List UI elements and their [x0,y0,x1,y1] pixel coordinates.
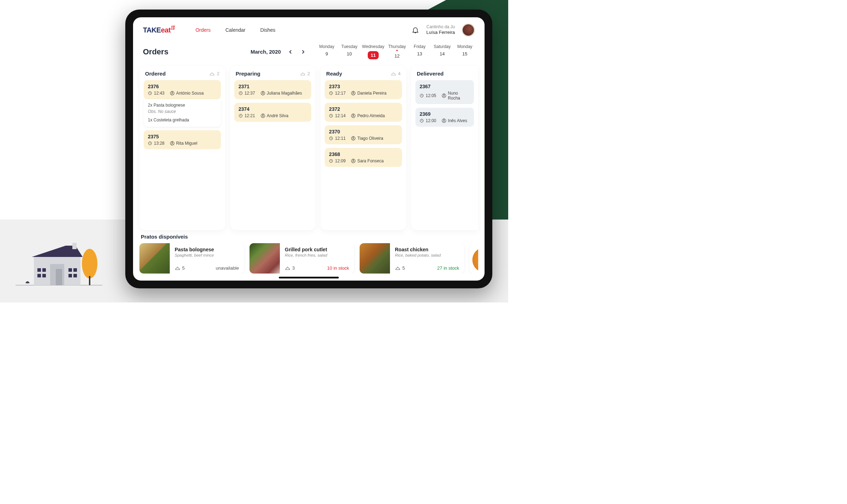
column-title: Delievered [417,71,444,77]
dish-description: Rice, french fries, salad [285,253,349,257]
order-card[interactable]: 2371 12:37 Juliana Magalhães [234,80,312,99]
brand-logo[interactable]: TAKEeatʃʃʃ [143,26,175,34]
order-card[interactable]: 2373 12:17 Daniela Pereira [325,80,402,99]
dish-image [360,243,390,274]
nav-calendar[interactable]: Calendar [226,27,246,33]
svg-rect-15 [73,274,77,277]
order-time: 12:17 [329,91,346,96]
order-card[interactable]: 2376 12:43 António Sousa [144,80,221,99]
day-number: 9 [325,51,328,56]
user-icon [351,159,355,163]
dish-portions: 5 [175,265,185,271]
svg-rect-14 [68,274,72,277]
dishes-title: Pratos disponíveis [139,234,478,240]
month-label: March, 2020 [251,49,281,55]
order-card[interactable]: 2368 12:09 Sara Fonseca [325,148,402,167]
order-card[interactable]: 2374 12:21 André Silva [234,103,312,122]
order-card[interactable]: 2370 12:11 Tiago Oliveira [325,125,402,144]
house-illustration [15,234,103,287]
order-card[interactable]: 2372 12:14 Pedro Almeida [325,103,402,122]
chevron-left-icon[interactable] [287,49,294,55]
bell-icon[interactable] [412,26,419,34]
day-cell[interactable]: Saturday14 [432,44,452,59]
user-icon [442,94,446,98]
order-customer: Daniela Pereira [351,91,386,96]
logo-eat-text: eat [161,26,170,34]
svg-point-29 [353,92,354,93]
dish-card[interactable]: Grilled pork cutlet Rice, french fries, … [250,243,354,274]
day-cell[interactable]: Monday9 [317,44,337,59]
svg-point-44 [443,119,445,121]
tablet-frame: TAKEeatʃʃʃ Orders Calendar Dishes Cantin… [125,10,492,288]
clock-icon [329,159,333,163]
column-count: 4 [391,71,401,76]
day-cell[interactable]: Thursday12 [387,44,407,59]
column-ready: Ready 4 2373 12:17 Daniela Pereira 2372 … [320,66,406,230]
cloche-icon [300,72,306,76]
day-number: 12 [395,53,400,59]
dish-image [470,243,478,274]
order-time: 12:11 [329,136,346,141]
clock-icon [329,136,333,140]
clock-icon [329,91,333,95]
column-title: Ready [326,71,342,77]
user-icon [261,114,265,118]
day-cell[interactable]: Wednesday11 [362,44,384,59]
nav-orders[interactable]: Orders [196,27,211,33]
day-label: Thursday [388,44,406,49]
day-cell[interactable]: Friday13 [410,44,429,59]
home-indicator[interactable] [279,277,339,278]
user-icon [351,114,355,118]
dish-stock: unavailable [216,265,239,271]
dish-description: Spaghetti, beef mince [175,253,239,257]
order-columns: Ordered 2 2376 12:43 António Sousa 2x Pa… [133,66,485,230]
svg-point-26 [262,114,264,116]
clock-icon [239,91,243,95]
order-card[interactable]: 2369 12:00 Inês Alves [415,108,474,127]
day-label: Friday [414,44,425,49]
cloche-icon [285,266,290,270]
order-id: 2368 [329,151,398,157]
order-id: 2367 [420,84,470,89]
order-customer: Tiago Oliveira [351,136,383,141]
avatar[interactable] [462,24,475,36]
chevron-right-icon[interactable] [300,49,306,55]
clock-icon [239,114,243,118]
order-customer: Sara Fonseca [351,158,384,163]
logo-steam-icon: ʃʃʃ [171,25,175,30]
day-number: 11 [368,51,378,59]
day-cell[interactable]: Monday15 [455,44,475,59]
nav-dishes[interactable]: Dishes [260,27,276,33]
column-delivered: Delievered 2367 12:05 Nuno Rocha 2369 12… [411,66,478,230]
user-icon [170,141,174,145]
main-nav: Orders Calendar Dishes [196,27,275,33]
dish-card[interactable]: Roast chicken Rice, baked potato, salad … [360,243,464,274]
svg-rect-7 [56,269,62,285]
order-customer: Inês Alves [442,118,467,123]
dish-description: Rice, baked potato, salad [395,253,459,257]
cloche-icon [395,266,401,270]
clock-icon [148,91,152,95]
svg-rect-9 [42,268,46,272]
app-header: TAKEeatʃʃʃ Orders Calendar Dishes Cantin… [133,17,485,41]
dish-stock: 10 in stock [327,265,349,271]
day-number: 10 [347,51,352,56]
order-customer: Rita Miguel [170,141,197,146]
order-time: 12:14 [329,113,346,118]
order-card[interactable]: 2367 12:05 Nuno Rocha [415,80,474,104]
order-card[interactable]: 2375 13:28 Rita Miguel [144,130,221,149]
day-label: Saturday [434,44,451,49]
day-label: Monday [457,44,473,49]
user-info[interactable]: Cantinho da Ju Luísa Ferreira [426,24,455,36]
dish-image [250,243,280,274]
dish-name: Pasta bolognese [175,247,239,252]
dish-image [139,243,170,274]
column-ordered: Ordered 2 2376 12:43 António Sousa 2x Pa… [139,66,225,230]
dish-card-peek[interactable] [470,243,478,274]
day-cell[interactable]: Tuesday10 [340,44,359,59]
order-id: 2373 [329,84,398,89]
dish-card[interactable]: Pasta bolognese Spaghetti, beef mince 5 … [139,243,244,274]
user-name: Luísa Ferreira [426,30,455,36]
svg-point-23 [262,92,264,93]
order-id: 2374 [239,106,307,112]
